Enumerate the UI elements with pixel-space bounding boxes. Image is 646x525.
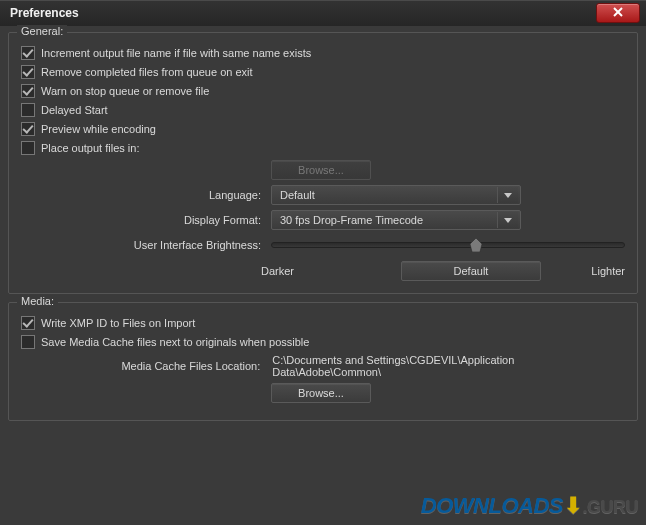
row-remove-completed: Remove completed files from queue on exi… — [21, 65, 625, 79]
slider-track — [271, 242, 625, 248]
row-display-format: Display Format: 30 fps Drop-Frame Timeco… — [21, 210, 625, 230]
label-write-xmp: Write XMP ID to Files on Import — [41, 317, 195, 329]
display-format-label: Display Format: — [21, 214, 271, 226]
media-group: Media: Write XMP ID to Files on Import S… — [8, 302, 638, 421]
language-dropdown[interactable]: Default — [271, 185, 521, 205]
row-cache-location: Media Cache Files Location: C:\Documents… — [21, 354, 625, 378]
checkbox-save-cache[interactable] — [21, 335, 35, 349]
label-warn-stop: Warn on stop queue or remove file — [41, 85, 209, 97]
brightness-slider[interactable] — [271, 235, 625, 255]
slider-thumb-icon — [470, 238, 482, 252]
label-place-output: Place output files in: — [41, 142, 139, 154]
brightness-label: User Interface Brightness: — [21, 239, 271, 251]
language-value: Default — [280, 189, 315, 201]
checkbox-warn-stop[interactable] — [21, 84, 35, 98]
browse-cache-button[interactable]: Browse... — [271, 383, 371, 403]
checkbox-delayed-start[interactable] — [21, 103, 35, 117]
browse-output-button: Browse... — [271, 160, 371, 180]
cache-location-label: Media Cache Files Location: — [21, 360, 270, 372]
row-write-xmp: Write XMP ID to Files on Import — [21, 316, 625, 330]
media-legend: Media: — [17, 295, 58, 307]
display-format-value: 30 fps Drop-Frame Timecode — [280, 214, 423, 226]
general-group: General: Increment output file name if f… — [8, 32, 638, 294]
checkbox-remove-completed[interactable] — [21, 65, 35, 79]
checkbox-increment[interactable] — [21, 46, 35, 60]
preferences-content: General: Increment output file name if f… — [0, 26, 646, 525]
row-delayed-start: Delayed Start — [21, 103, 625, 117]
row-place-output: Place output files in: — [21, 141, 625, 155]
row-increment: Increment output file name if file with … — [21, 46, 625, 60]
row-save-cache: Save Media Cache files next to originals… — [21, 335, 625, 349]
row-language: Language: Default — [21, 185, 625, 205]
checkbox-write-xmp[interactable] — [21, 316, 35, 330]
label-delayed-start: Delayed Start — [41, 104, 108, 116]
title-bar: Preferences — [0, 0, 646, 27]
label-remove-completed: Remove completed files from queue on exi… — [41, 66, 253, 78]
brightness-darker-label: Darker — [261, 265, 401, 277]
label-preview: Preview while encoding — [41, 123, 156, 135]
close-button[interactable] — [596, 3, 640, 23]
row-cache-browse: Browse... — [21, 383, 625, 403]
chevron-down-icon — [497, 212, 518, 228]
svg-marker-2 — [504, 193, 512, 198]
svg-marker-3 — [504, 218, 512, 223]
brightness-lighter-label: Lighter — [565, 265, 625, 277]
general-legend: General: — [17, 25, 67, 37]
row-output-browse: Browse... — [21, 160, 625, 180]
brightness-default-button[interactable]: Default — [401, 261, 541, 281]
checkbox-place-output[interactable] — [21, 141, 35, 155]
display-format-dropdown[interactable]: 30 fps Drop-Frame Timecode — [271, 210, 521, 230]
checkbox-preview[interactable] — [21, 122, 35, 136]
language-label: Language: — [21, 189, 271, 201]
window-title: Preferences — [0, 6, 79, 20]
cache-location-value: C:\Documents and Settings\CGDEVIL\Applic… — [270, 354, 625, 378]
chevron-down-icon — [497, 187, 518, 203]
brightness-labels: Darker Default Lighter — [21, 261, 625, 281]
label-save-cache: Save Media Cache files next to originals… — [41, 336, 309, 348]
label-increment: Increment output file name if file with … — [41, 47, 311, 59]
close-icon — [613, 7, 623, 19]
row-warn-stop: Warn on stop queue or remove file — [21, 84, 625, 98]
svg-marker-4 — [470, 238, 482, 252]
row-preview: Preview while encoding — [21, 122, 625, 136]
row-brightness: User Interface Brightness: — [21, 235, 625, 255]
